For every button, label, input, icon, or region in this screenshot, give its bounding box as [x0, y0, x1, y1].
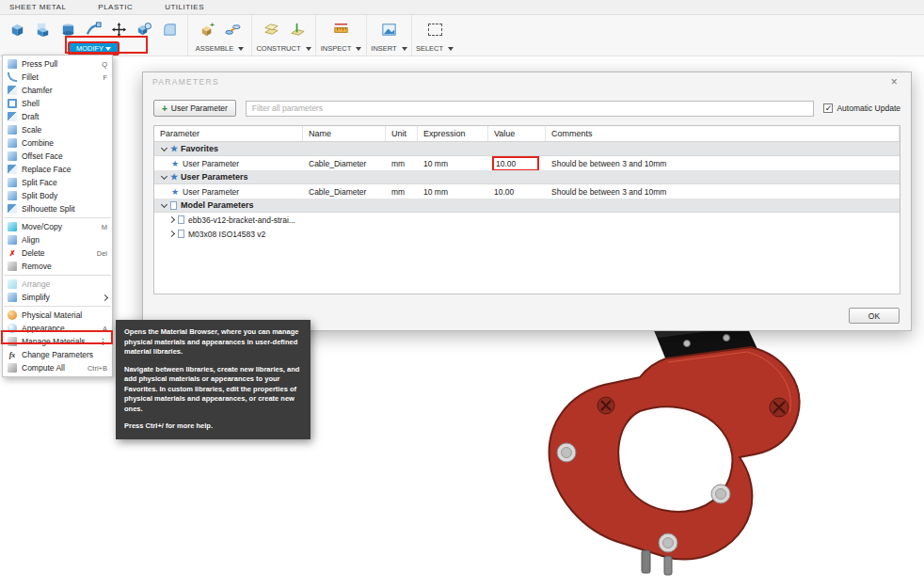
menu-item-physical-material[interactable]: Physical Material: [3, 309, 112, 322]
menu-item-compute-all[interactable]: Compute AllCtrl+B: [3, 361, 112, 374]
menu-item-combine[interactable]: Combine: [3, 136, 112, 150]
favorite-star-icon[interactable]: [171, 159, 179, 168]
new-design-icon[interactable]: [7, 19, 29, 41]
chevron-right-icon[interactable]: [168, 216, 175, 223]
add-user-parameter-button[interactable]: User Parameter: [153, 100, 236, 117]
menu-item-change-parameters[interactable]: Change Parameters: [3, 348, 112, 361]
fillet-icon[interactable]: [159, 19, 182, 41]
parameter-value[interactable]: 10.00: [488, 184, 546, 199]
menu-item-silhouette-split[interactable]: Silhouette Split: [3, 202, 112, 215]
revolve-icon[interactable]: [57, 19, 80, 41]
group-row-favorites[interactable]: Favorites: [154, 142, 900, 156]
automatic-update-toggle[interactable]: Automatic Update: [823, 103, 900, 113]
menu-item-scale[interactable]: Scale: [3, 123, 112, 136]
select-icon[interactable]: [423, 19, 446, 41]
parameter-name[interactable]: Cable_Diameter: [303, 184, 386, 199]
cross-boss: [770, 398, 789, 417]
tab-sheet-metal[interactable]: SHEET METAL: [9, 3, 66, 11]
column-name: Name: [303, 126, 386, 141]
model-canvas[interactable]: [508, 313, 856, 588]
measure-icon[interactable]: [330, 19, 353, 41]
tab-plastic[interactable]: PLASTIC: [98, 3, 133, 11]
chevron-down-icon[interactable]: [161, 172, 167, 179]
table-row-user-parameter[interactable]: User Parameter Cable_Diameter mm 10 mm 1…: [154, 184, 900, 199]
chevron-down-icon[interactable]: [161, 144, 167, 151]
parameter-name[interactable]: Cable_Diameter: [303, 156, 386, 170]
dialog-titlebar[interactable]: PARAMETERS: [143, 72, 911, 91]
menu-item-offset-face[interactable]: Offset Face: [3, 150, 112, 163]
menu-item-shell[interactable]: Shell: [3, 97, 112, 110]
menu-item-replace-face[interactable]: Replace Face: [3, 163, 112, 176]
insert-tool-icons: [378, 17, 401, 42]
add-user-parameter-label: User Parameter: [171, 103, 228, 113]
construct-tool-icons: [260, 17, 308, 42]
svg-text:+: +: [210, 21, 215, 29]
menu-item-fillet[interactable]: FilletF: [3, 71, 112, 84]
parameter-value-highlighted[interactable]: 10.00: [494, 158, 537, 169]
select-dropdown[interactable]: SELECT: [416, 42, 454, 55]
assemble-tool-icons: +: [196, 17, 244, 42]
new-component-icon[interactable]: +: [196, 19, 218, 41]
ok-button[interactable]: OK: [849, 308, 900, 324]
menu-item-label: Simplify: [22, 293, 98, 302]
main-toolbar: MODIFY + ASSEMBLE CONSTRUCT INSPECT INSE…: [0, 15, 924, 56]
insert-icon[interactable]: [378, 19, 401, 41]
inspect-dropdown[interactable]: INSPECT: [321, 42, 362, 55]
parameter-comments[interactable]: Should be between 3 and 10mm: [546, 156, 900, 170]
modify-dropdown-chip[interactable]: MODIFY: [70, 43, 118, 54]
modify-dropdown[interactable]: MODIFY: [70, 42, 118, 55]
assemble-dropdown[interactable]: ASSEMBLE: [196, 42, 244, 55]
chevron-right-icon[interactable]: [168, 230, 175, 237]
combine-icon[interactable]: [134, 19, 156, 41]
menu-item-split-body[interactable]: Split Body: [3, 189, 112, 202]
menu-item-label: Compute All: [22, 363, 83, 373]
offset-plane-icon[interactable]: [260, 19, 282, 41]
checkbox-checked-icon[interactable]: [823, 103, 833, 113]
replace-face-icon: [8, 165, 17, 174]
tooltip-paragraph: Opens the Material Browser, where you ca…: [124, 327, 302, 358]
menu-item-split-face[interactable]: Split Face: [3, 176, 112, 189]
menu-item-draft[interactable]: Draft: [3, 110, 112, 123]
menu-item-move-copy[interactable]: Move/CopyM: [3, 220, 112, 233]
menu-divider: [4, 275, 111, 276]
parameter-expression[interactable]: 10 mm: [418, 184, 488, 199]
table-row-favorite-parameter[interactable]: User Parameter Cable_Diameter mm 10 mm 1…: [154, 156, 900, 170]
menu-item-press-pull[interactable]: Press PullQ: [3, 57, 112, 71]
menu-item-label: Split Face: [22, 178, 107, 187]
extrude-icon[interactable]: [32, 19, 55, 41]
group-row-user-parameters[interactable]: User Parameters: [154, 170, 900, 184]
column-unit: Unit: [386, 126, 418, 141]
move-icon[interactable]: [108, 19, 131, 41]
joint-icon[interactable]: [221, 19, 244, 41]
filter-parameters-input[interactable]: [246, 101, 815, 117]
group-row-model-parameters[interactable]: Model Parameters: [154, 199, 900, 213]
menu-item-manage-materials[interactable]: Manage Materials: [3, 335, 112, 348]
menu-item-appearance[interactable]: AppearanceA: [3, 322, 112, 335]
column-comments: Comments: [546, 126, 900, 141]
menu-item-label: Combine: [22, 138, 107, 148]
document-icon: [170, 201, 177, 210]
sweep-icon[interactable]: [83, 19, 105, 41]
construct-dropdown[interactable]: CONSTRUCT: [256, 42, 311, 55]
chevron-down-icon[interactable]: [161, 200, 167, 207]
toolbar-group-select: SELECT: [412, 15, 457, 56]
tab-utilities[interactable]: UTILITIES: [165, 3, 204, 11]
menu-item-remove[interactable]: Remove: [3, 260, 112, 273]
submenu-arrow-icon: [102, 294, 108, 300]
insert-dropdown[interactable]: INSERT: [371, 42, 406, 55]
parameter-comments[interactable]: Should be between 3 and 10mm: [546, 184, 900, 199]
menu-item-delete[interactable]: DeleteDel: [3, 246, 112, 260]
table-row-model-component-2[interactable]: M03x08 ISO14583 v2: [154, 227, 900, 241]
document-icon: [178, 215, 184, 224]
favorite-star-icon[interactable]: [171, 187, 179, 197]
axis-icon[interactable]: [285, 19, 308, 41]
parameter-expression[interactable]: 10 mm: [418, 156, 488, 170]
menu-item-align[interactable]: Align: [3, 233, 112, 246]
close-icon[interactable]: [888, 75, 901, 88]
menu-item-chamfer[interactable]: Chamfer: [3, 84, 112, 97]
menu-item-simplify[interactable]: Simplify: [3, 291, 112, 304]
red-bracket: [550, 347, 800, 559]
toolbar-group-construct: CONSTRUCT: [252, 15, 316, 56]
table-row-model-component-1[interactable]: ebb36-v12-bracket-and-strai...: [154, 213, 900, 227]
delete-icon: [8, 248, 17, 258]
